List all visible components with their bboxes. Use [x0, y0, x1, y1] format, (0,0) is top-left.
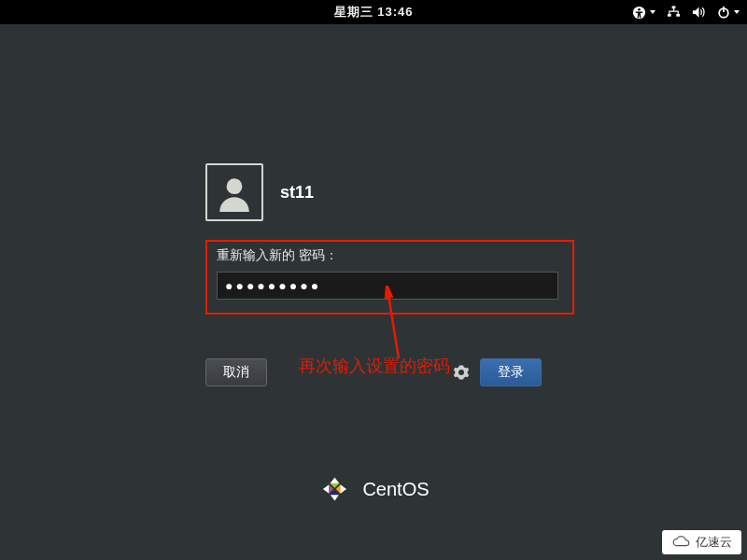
login-panel: st11 重新输入新的 密码：: [205, 163, 579, 315]
top-bar: 星期三 13:46: [0, 0, 747, 24]
password-input[interactable]: [217, 272, 558, 300]
buttons-row: 取消 登录: [205, 358, 542, 386]
password-label: 重新输入新的 密码：: [217, 247, 563, 264]
centos-icon: [317, 472, 351, 506]
gear-icon: [453, 364, 470, 381]
svg-rect-2: [672, 6, 676, 8]
svg-point-7: [227, 178, 243, 194]
user-row: st11: [205, 163, 579, 221]
power-icon[interactable]: [717, 6, 740, 19]
user-icon: [215, 173, 254, 212]
avatar: [205, 163, 263, 221]
accessibility-icon[interactable]: [632, 6, 655, 20]
login-button[interactable]: 登录: [480, 358, 542, 386]
watermark-text: 亿速云: [696, 534, 732, 551]
username-label: st11: [280, 183, 314, 203]
session-settings-button[interactable]: [452, 363, 471, 382]
volume-icon[interactable]: [692, 6, 706, 19]
password-annotation-box: 重新输入新的 密码：: [205, 240, 574, 315]
distro-name: CentOS: [362, 479, 429, 500]
cloud-icon: [671, 536, 692, 549]
watermark: 亿速云: [662, 530, 741, 554]
clock[interactable]: 星期三 13:46: [334, 4, 414, 21]
network-icon[interactable]: [667, 6, 681, 19]
topbar-right-icons: [632, 6, 740, 20]
distro-logo: CentOS: [317, 472, 429, 506]
svg-rect-4: [676, 14, 680, 17]
svg-rect-3: [668, 14, 671, 17]
cancel-button[interactable]: 取消: [205, 358, 267, 386]
svg-point-1: [638, 7, 641, 10]
